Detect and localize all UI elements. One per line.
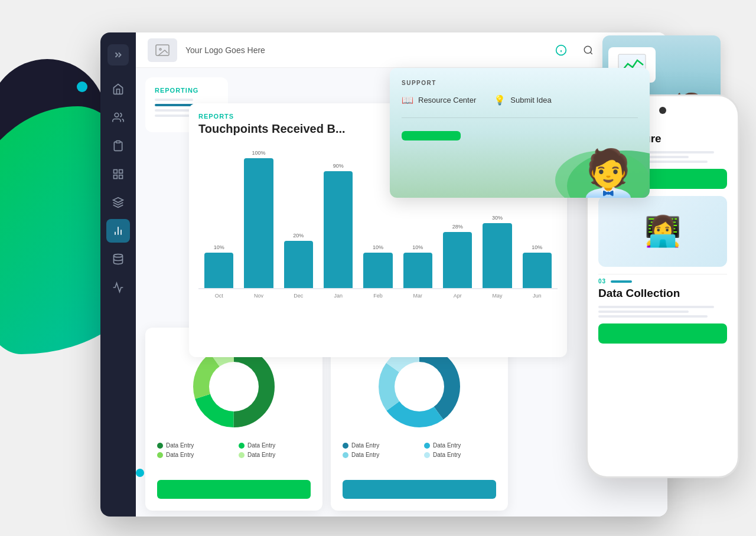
phone-divider xyxy=(598,274,727,274)
support-btn[interactable] xyxy=(402,131,461,140)
support-resource-text: Resource Center xyxy=(418,96,476,104)
sidebar-toggle[interactable] xyxy=(107,44,129,66)
bar-pct-label: 30% xyxy=(492,215,503,221)
bar-month-label: Mar xyxy=(403,293,432,299)
svg-point-23 xyxy=(209,362,259,411)
support-label: SUPPORT xyxy=(402,80,638,86)
sidebar-item-health[interactable] xyxy=(106,276,130,299)
svg-point-16 xyxy=(584,46,591,53)
bar-month-label: Dec xyxy=(284,293,313,299)
book-icon: 📖 xyxy=(402,94,413,106)
svg-rect-5 xyxy=(114,175,118,179)
svg-rect-3 xyxy=(119,170,123,174)
svg-rect-1 xyxy=(116,141,120,143)
sidebar xyxy=(100,32,136,517)
bar-group: 10% xyxy=(363,244,392,288)
sidebar-item-grid[interactable] xyxy=(106,162,130,186)
svg-rect-4 xyxy=(119,175,123,179)
phone-notch xyxy=(659,107,666,114)
bar-element xyxy=(523,253,552,288)
bar-group: 10% xyxy=(204,244,233,288)
bar-element xyxy=(324,171,353,288)
bar-month-label: Nov xyxy=(244,293,273,299)
datacollection-title: Data Collection xyxy=(598,287,727,300)
step-03-bar xyxy=(611,280,632,283)
svg-line-17 xyxy=(590,52,592,54)
bar-month-label: Jan xyxy=(324,293,353,299)
bar-group: 30% xyxy=(483,215,511,288)
bar-pct-label: 90% xyxy=(333,163,344,169)
bar-group: 20% xyxy=(284,233,313,288)
svg-rect-2 xyxy=(114,170,118,174)
bar-pct-label: 10% xyxy=(412,244,423,250)
svg-point-0 xyxy=(115,113,119,117)
support-item-resource[interactable]: 📖 Resource Center xyxy=(402,94,476,106)
bar-pct-label: 10% xyxy=(214,244,224,250)
bar-month-label: Apr xyxy=(443,293,472,299)
sidebar-item-chart[interactable] xyxy=(106,219,130,243)
logo-image-placeholder xyxy=(148,38,177,62)
svg-point-28 xyxy=(395,362,444,411)
bar-month-label: Feb xyxy=(363,293,392,299)
bar-group: 90% xyxy=(324,163,353,288)
bar-element xyxy=(443,232,472,288)
bar-group: 10% xyxy=(523,244,552,288)
bar-month-label: Oct xyxy=(204,293,233,299)
bar-element xyxy=(284,241,313,288)
info-icon[interactable] xyxy=(553,42,569,58)
donut-green-btn[interactable] xyxy=(157,480,311,499)
bar-month-label: May xyxy=(483,293,511,299)
bar-element xyxy=(204,253,233,288)
search-icon[interactable] xyxy=(580,42,597,58)
step-03-num: 03 xyxy=(598,278,606,285)
svg-marker-6 xyxy=(113,198,123,202)
header: Your Logo Goes Here xyxy=(136,32,667,68)
nav-line-1 xyxy=(155,99,193,101)
lightbulb-icon: 💡 xyxy=(494,94,506,106)
bar-pct-label: 100% xyxy=(252,150,265,156)
bar-pct-label: 20% xyxy=(293,233,304,238)
svg-point-12 xyxy=(159,48,161,50)
reporting-label: REPORTING xyxy=(155,87,219,94)
logo-text: Your Logo Goes Here xyxy=(185,45,265,55)
svg-rect-11 xyxy=(156,45,169,55)
bar-month-label: Jun xyxy=(523,293,552,299)
svg-point-10 xyxy=(114,254,123,257)
bar-pct-label: 28% xyxy=(452,224,463,230)
sidebar-item-layers[interactable] xyxy=(106,191,130,214)
donut-blue-btn[interactable] xyxy=(343,480,496,499)
donut-green-legend: Data Entry Data Entry Data Entry Data En… xyxy=(157,442,311,458)
bar-pct-label: 10% xyxy=(532,244,542,250)
nav-line-3 xyxy=(155,115,193,117)
bar-element xyxy=(403,253,432,288)
sidebar-item-clipboard[interactable] xyxy=(106,134,130,158)
support-popup: SUPPORT 📖 Resource Center 💡 Submit Idea … xyxy=(390,68,650,198)
esignature-illustration: 👩‍💻 xyxy=(598,196,727,267)
bar-element xyxy=(483,223,511,288)
sidebar-item-database[interactable] xyxy=(106,247,130,271)
bar-group: 10% xyxy=(403,244,432,288)
phone-step-datacollection: 03 Data Collection xyxy=(598,278,727,346)
bar-element xyxy=(363,253,392,288)
sidebar-item-people[interactable] xyxy=(106,106,130,129)
bar-group: 28% xyxy=(443,224,472,288)
dot-small-bottom xyxy=(136,469,144,477)
donut-blue-legend: Data Entry Data Entry Data Entry Data En… xyxy=(343,442,496,458)
bar-element xyxy=(244,158,273,288)
datacollection-btn[interactable] xyxy=(598,323,727,344)
bar-group: 100% xyxy=(244,150,273,288)
dot-blue xyxy=(77,81,87,92)
sidebar-item-home[interactable] xyxy=(106,77,130,101)
bar-pct-label: 10% xyxy=(373,244,383,250)
